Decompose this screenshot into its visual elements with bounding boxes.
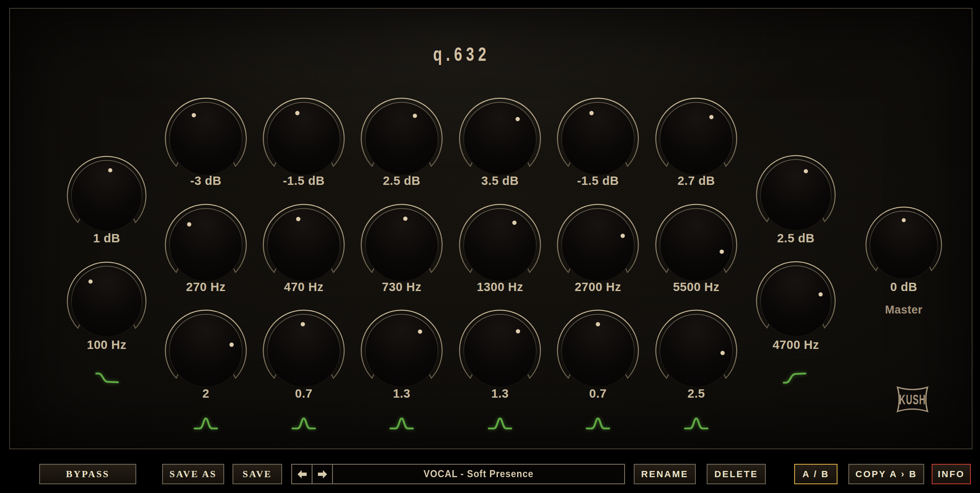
low-shelf-freq-knob[interactable] (64, 259, 149, 344)
band6-q-value: 2.5 (688, 387, 705, 401)
band2-q-value: 0.7 (295, 387, 312, 401)
band4-freq-value: 1300 Hz (477, 280, 523, 294)
plugin-title: q.632 (433, 42, 490, 65)
right-arrow-icon (317, 469, 328, 479)
band1-gain-value: -3 dB (190, 174, 222, 188)
left-arrow-icon (297, 469, 308, 479)
band2-q-knob[interactable] (260, 307, 348, 394)
save-button[interactable]: SAVE (232, 464, 282, 484)
band1-freq-knob[interactable] (162, 201, 250, 289)
band3-gain-knob[interactable] (358, 95, 445, 182)
band3-q-value: 1.3 (393, 387, 410, 401)
band3-gain-value: 2.5 dB (383, 174, 420, 188)
next-preset-button[interactable] (312, 465, 333, 483)
low-shelf-gain-knob[interactable] (64, 153, 149, 238)
master-label: Master (885, 304, 922, 316)
band4-gain-knob[interactable] (456, 95, 544, 182)
preset-name[interactable]: VOCAL - Soft Presence (339, 465, 618, 483)
copy-a-to-b-button[interactable]: COPY A › B (848, 464, 924, 484)
kush-logo: KUSH (891, 383, 934, 416)
high-shelf-freq-value: 4700 Hz (772, 338, 819, 352)
plugin-panel: q.632 1 dB 100 Hz -3 dB 270 Hz 2 (9, 8, 972, 449)
band1-freq-value: 270 Hz (186, 280, 226, 294)
band4-q-value: 1.3 (491, 387, 509, 401)
svg-text:KUSH: KUSH (899, 391, 926, 407)
previous-preset-button[interactable] (292, 465, 312, 483)
band2-bell-curve-icon (290, 415, 317, 434)
band1-bell-curve-icon (192, 415, 219, 434)
low-shelf-gain-value: 1 dB (93, 232, 120, 245)
band2-gain-value: -1.5 dB (283, 174, 325, 188)
band2-freq-knob[interactable] (260, 201, 348, 289)
master-gain-value: 0 dB (890, 280, 918, 294)
band6-bell-curve-icon (683, 415, 710, 434)
band2-gain-knob[interactable] (260, 95, 348, 182)
high-shelf-freq-knob[interactable] (753, 259, 838, 344)
band3-q-knob[interactable] (358, 307, 445, 394)
plugin-window: q.632 1 dB 100 Hz -3 dB 270 Hz 2 (0, 0, 980, 493)
band6-q-knob[interactable] (652, 307, 740, 394)
high-shelf-gain-value: 2.5 dB (777, 232, 815, 245)
band5-q-knob[interactable] (554, 307, 642, 394)
low-shelf-curve-icon (94, 369, 120, 388)
ab-compare-button[interactable]: A / B (794, 464, 838, 484)
band6-freq-value: 5500 Hz (673, 280, 720, 294)
delete-button[interactable]: DELETE (707, 464, 766, 484)
save-as-button[interactable]: SAVE AS (162, 464, 224, 484)
band5-freq-value: 2700 Hz (575, 280, 621, 294)
low-shelf-freq-value: 100 Hz (87, 338, 127, 352)
band1-gain-knob[interactable] (162, 95, 250, 182)
band3-freq-value: 730 Hz (382, 280, 422, 294)
band6-gain-knob[interactable] (652, 95, 740, 182)
band4-gain-value: 3.5 dB (481, 174, 519, 188)
bypass-button[interactable]: BYPASS (39, 464, 136, 484)
band4-q-knob[interactable] (456, 307, 544, 394)
info-button[interactable]: INFO (932, 464, 971, 484)
band4-bell-curve-icon (487, 415, 513, 434)
master-gain-knob[interactable] (863, 204, 945, 286)
band5-gain-knob[interactable] (554, 95, 642, 182)
band6-gain-value: 2.7 dB (678, 174, 715, 188)
high-shelf-gain-knob[interactable] (753, 152, 838, 237)
band4-freq-knob[interactable] (456, 201, 544, 289)
preset-box: VOCAL - Soft Presence (291, 464, 625, 484)
band5-bell-curve-icon (585, 415, 611, 434)
band6-freq-knob[interactable] (652, 201, 740, 289)
high-shelf-curve-icon (781, 369, 808, 388)
band5-gain-value: -1.5 dB (577, 174, 619, 188)
band3-freq-knob[interactable] (358, 201, 445, 289)
rename-button[interactable]: RENAME (634, 464, 696, 484)
band1-q-value: 2 (202, 387, 210, 401)
band2-freq-value: 470 Hz (284, 280, 324, 294)
band5-freq-knob[interactable] (554, 201, 642, 289)
band1-q-knob[interactable] (162, 307, 250, 394)
band5-q-value: 0.7 (589, 387, 607, 401)
band3-bell-curve-icon (388, 415, 415, 434)
